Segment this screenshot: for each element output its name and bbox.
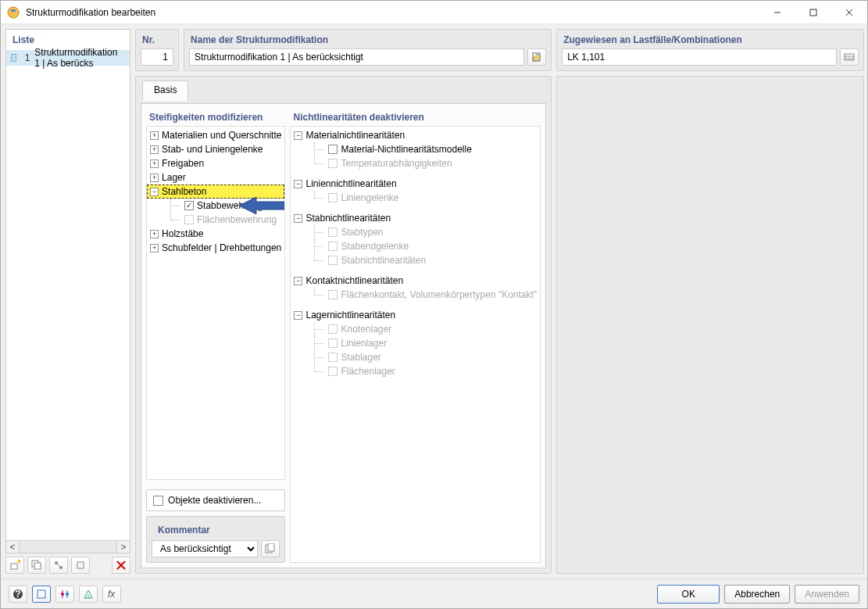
checkbox <box>184 215 194 224</box>
help-button[interactable]: ? <box>9 586 27 603</box>
toolbar-button-4[interactable] <box>71 557 90 574</box>
svg-point-28 <box>61 593 64 596</box>
name-input[interactable] <box>189 48 524 66</box>
name-box: Name der Strukturmodifikation <box>184 29 552 71</box>
svg-rect-9 <box>34 563 41 569</box>
checkbox <box>328 256 338 265</box>
tree-node-flaechenbewehrung[interactable]: Flächenbewehrung <box>147 213 284 227</box>
checkbox <box>328 242 338 251</box>
tree-node-temp[interactable]: Temperaturabhängigkeiten <box>291 156 540 170</box>
tree-node-materialnichtlin[interactable]: −Materialnichtlinearitäten <box>291 128 540 142</box>
list-item-label: Strukturmodifikation 1 | As berücks <box>34 47 125 69</box>
checkbox[interactable] <box>328 145 338 154</box>
tree-node-stablager[interactable]: Stablager <box>291 350 540 364</box>
checkbox <box>328 367 338 376</box>
tree-node-holzstaebe[interactable]: +Holzstäbe <box>147 227 284 241</box>
svg-rect-25 <box>38 590 45 598</box>
collapse-icon[interactable]: − <box>294 277 302 285</box>
scroll-left-icon[interactable]: < <box>6 542 19 553</box>
svg-point-0 <box>8 7 19 18</box>
toolbar-button-3[interactable] <box>49 557 68 574</box>
checkbox[interactable] <box>184 201 194 210</box>
tree-node-liniengelenke[interactable]: Liniengelenke <box>291 191 540 205</box>
nonlin-header: Nichtlinearitäten deaktivieren <box>290 109 541 126</box>
scroll-right-icon[interactable]: > <box>117 542 130 553</box>
ok-button[interactable]: OK <box>657 585 720 604</box>
name-header: Name der Strukturmodifikation <box>189 33 546 48</box>
footer-button-3[interactable] <box>55 586 74 603</box>
tree-node-stabtypen[interactable]: Stabtypen <box>291 225 540 239</box>
collapse-icon[interactable]: − <box>294 214 302 223</box>
deactivate-objects-row[interactable]: Objekte deaktivieren... <box>146 489 285 511</box>
checkbox <box>328 353 338 362</box>
list-hscrollbar[interactable]: < > <box>5 541 130 553</box>
list-item-index: 1 <box>21 52 30 63</box>
checkbox[interactable] <box>153 496 163 506</box>
apply-button[interactable]: Anwenden <box>795 585 859 604</box>
stiffness-header: Steifigkeiten modifizieren <box>146 109 285 126</box>
expand-icon[interactable]: + <box>150 174 159 182</box>
expand-icon[interactable]: + <box>150 131 159 140</box>
expand-icon[interactable]: + <box>150 145 159 154</box>
assigned-side-panel <box>556 76 864 574</box>
assigned-pick-button[interactable] <box>840 48 859 66</box>
collapse-icon[interactable]: − <box>150 188 159 196</box>
comment-combo[interactable]: As berücksichtigt <box>152 540 258 557</box>
cancel-button[interactable]: Abbrechen <box>724 585 790 604</box>
checkbox <box>328 339 338 348</box>
collapse-icon[interactable]: − <box>294 131 302 140</box>
collapse-icon[interactable]: − <box>294 180 302 188</box>
delete-item-button[interactable] <box>112 557 130 574</box>
maximize-button[interactable] <box>795 1 831 24</box>
tree-node-stabnichtlin-child[interactable]: Stabnichtlinearitäten <box>291 253 540 267</box>
rename-button[interactable] <box>527 48 546 66</box>
tree-node-materialien[interactable]: +Materialien und Querschnitte <box>147 128 284 142</box>
tree-node-stabendgelenke[interactable]: Stabendgelenke <box>291 239 540 253</box>
tree-node-lager[interactable]: +Lager <box>147 170 284 184</box>
assigned-box: Zugewiesen an Lastfälle/Kombinationen <box>556 29 864 71</box>
tree-node-kontakt[interactable]: −Kontaktnichtlinearitäten <box>291 274 540 288</box>
expand-icon[interactable]: + <box>150 159 159 168</box>
window-title: Strukturmodifikation bearbeiten <box>26 7 759 18</box>
expand-icon[interactable]: + <box>150 230 159 238</box>
nonlin-tree[interactable]: −Materialnichtlinearitäten Material-Nich… <box>290 126 541 563</box>
tree-node-mat-model[interactable]: Material-Nichtlinearitätsmodelle <box>291 142 540 156</box>
tree-node-knotenlager[interactable]: Knotenlager <box>291 322 540 336</box>
stiffness-tree[interactable]: +Materialien und Querschnitte +Stab- und… <box>146 126 285 480</box>
expand-icon[interactable]: + <box>150 244 159 253</box>
copy-item-button[interactable] <box>27 557 46 574</box>
tree-node-stabbewehrung[interactable]: Stabbewehrung <box>147 199 284 213</box>
deactivate-objects-label: Objekte deaktivieren... <box>168 495 261 506</box>
tree-node-stabnichtlin[interactable]: −Stabnichtlinearitäten <box>291 211 540 225</box>
tree-node-liniennichtlin[interactable]: −Liniennichtlinearitäten <box>291 177 540 191</box>
svg-text:fx: fx <box>108 589 116 600</box>
list-item-color-icon <box>11 54 16 62</box>
footer-button-4[interactable] <box>79 586 98 603</box>
footer-button-5[interactable]: fx <box>102 586 121 603</box>
close-button[interactable] <box>831 1 867 24</box>
footer-button-2[interactable] <box>32 586 51 603</box>
checkbox <box>328 290 338 299</box>
minimize-button[interactable] <box>759 1 795 24</box>
number-input[interactable] <box>141 48 173 66</box>
tree-node-linienlager[interactable]: Linienlager <box>291 336 540 350</box>
checkbox <box>328 159 338 168</box>
list-panel: Liste 1 Strukturmodifikation 1 | As berü… <box>5 29 130 574</box>
tab-basis[interactable]: Basis <box>142 81 188 101</box>
checkbox <box>328 324 338 334</box>
list-item[interactable]: 1 Strukturmodifikation 1 | As berücks <box>6 50 130 66</box>
tree-node-flaechenlager[interactable]: Flächenlager <box>291 364 540 378</box>
collapse-icon[interactable]: − <box>294 311 302 320</box>
tree-node-freigaben[interactable]: +Freigaben <box>147 156 284 170</box>
new-item-button[interactable]: ✶ <box>5 557 24 574</box>
assigned-input[interactable] <box>562 48 837 66</box>
svg-line-12 <box>56 563 61 568</box>
tree-node-kontakt-item[interactable]: Flächenkontakt, Volumenkörpertypen "Kont… <box>291 288 540 302</box>
tree-node-lagernichtlin[interactable]: −Lagernichtlinearitäten <box>291 308 540 322</box>
tree-node-stahlbeton[interactable]: −Stahlbeton <box>147 184 284 199</box>
tree-node-schubfelder[interactable]: +Schubfelder | Drehbettungen <box>147 241 284 255</box>
comment-library-button[interactable] <box>261 540 280 557</box>
comment-box: Kommentar As berücksichtigt <box>146 516 285 563</box>
tree-node-stab-linien[interactable]: +Stab- und Liniengelenke <box>147 142 284 156</box>
app-icon <box>7 6 20 19</box>
